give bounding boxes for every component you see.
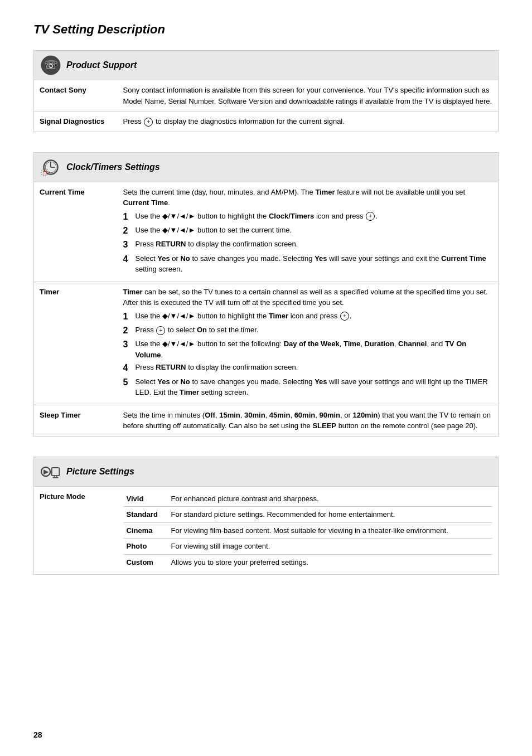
list-item: 5Select Yes or No to save changes you ma…: [123, 376, 493, 398]
steps-list: 1Use the ◆/▼/◄/► button to highlight the…: [123, 211, 493, 275]
product-support-icon: ☏: [41, 55, 61, 75]
sub-row-content: For enhanced picture contrast and sharpn…: [168, 491, 493, 507]
section-table-clock-timers: Current TimeSets the current time (day, …: [33, 182, 499, 437]
sub-row-label: Photo: [123, 539, 168, 555]
table-row: VividFor enhanced picture contrast and s…: [123, 491, 493, 507]
step-text: Select Yes or No to save changes you mad…: [136, 253, 493, 275]
section-picture-settings: ▶ Picture SettingsPicture ModeVividFor e…: [33, 457, 499, 575]
step-intro: Sets the current time (day, hour, minute…: [123, 187, 493, 209]
table-row: PhotoFor viewing still image content.: [123, 539, 493, 555]
step-number: 2: [123, 324, 136, 337]
row-content: VividFor enhanced picture contrast and s…: [118, 487, 499, 575]
section-table-picture-settings: Picture ModeVividFor enhanced picture co…: [33, 487, 499, 575]
step-number: 5: [123, 376, 136, 389]
step-number: 1: [123, 211, 136, 223]
list-item: 1Use the ◆/▼/◄/► button to highlight the…: [123, 311, 493, 323]
list-item: 3Press RETURN to display the confirmatio…: [123, 239, 493, 251]
page-title: TV Setting Description: [33, 22, 499, 37]
step-text: Use the ◆/▼/◄/► button to set the follow…: [136, 338, 493, 360]
sections-container: ☏ Product SupportContact SonySony contac…: [33, 50, 499, 575]
table-row: Picture ModeVividFor enhanced picture co…: [34, 487, 499, 575]
step-number: 2: [123, 225, 136, 237]
table-row: Signal DiagnosticsPress + to display the…: [34, 112, 499, 132]
sub-row-label: Custom: [123, 554, 168, 570]
row-label: Timer: [34, 282, 118, 405]
section-title-clock-timers: Clock/Timers Settings: [66, 162, 160, 172]
step-number: 4: [123, 362, 136, 374]
row-label: Contact Sony: [34, 80, 118, 112]
table-row: Current TimeSets the current time (day, …: [34, 182, 499, 282]
step-text: Use the ◆/▼/◄/► button to highlight the …: [136, 311, 352, 322]
section-title-picture-settings: Picture Settings: [66, 467, 134, 477]
svg-text:⏰: ⏰: [42, 170, 47, 175]
row-content: Press + to display the diagnostics infor…: [118, 112, 499, 132]
table-row: Contact SonySony contact information is …: [34, 80, 499, 112]
svg-text:▶: ▶: [43, 468, 49, 475]
page-number: 28: [33, 730, 42, 739]
section-table-product-support: Contact SonySony contact information is …: [33, 80, 499, 132]
list-item: 4Select Yes or No to save changes you ma…: [123, 253, 493, 275]
list-item: 2Use the ◆/▼/◄/► button to set the curre…: [123, 225, 493, 237]
row-content: Sony contact information is available fr…: [118, 80, 499, 112]
section-clock-timers: ⏰ Clock/Timers SettingsCurrent TimeSets …: [33, 152, 499, 437]
step-intro: Timer can be set, so the TV tunes to a c…: [123, 287, 493, 308]
sub-row-label: Vivid: [123, 491, 168, 507]
step-text: Use the ◆/▼/◄/► button to set the curren…: [136, 225, 292, 236]
row-content: Sets the current time (day, hour, minute…: [118, 182, 499, 282]
step-number: 3: [123, 239, 136, 251]
list-item: 4Press RETURN to display the confirmatio…: [123, 362, 493, 374]
row-label: Sleep Timer: [34, 405, 118, 436]
table-row: CinemaFor viewing film-based content. Mo…: [123, 522, 493, 539]
step-text: Press + to select On to set the timer.: [136, 324, 259, 336]
section-title-product-support: Product Support: [66, 60, 137, 70]
section-header-picture-settings: ▶ Picture Settings: [33, 457, 499, 487]
step-number: 3: [123, 338, 136, 351]
sub-table: VividFor enhanced picture contrast and s…: [123, 491, 493, 570]
row-label: Picture Mode: [34, 487, 118, 575]
row-content: Timer can be set, so the TV tunes to a c…: [118, 282, 499, 405]
sub-row-content: For standard picture settings. Recommend…: [168, 507, 493, 523]
table-row: StandardFor standard picture settings. R…: [123, 507, 493, 523]
table-row: CustomAllows you to store your preferred…: [123, 554, 493, 570]
section-product-support: ☏ Product SupportContact SonySony contac…: [33, 50, 499, 132]
step-number: 1: [123, 311, 136, 323]
svg-text:☏: ☏: [44, 59, 58, 71]
step-text: Press RETURN to display the confirmation…: [136, 362, 298, 373]
section-header-product-support: ☏ Product Support: [33, 50, 499, 80]
table-row: Sleep TimerSets the time in minutes (Off…: [34, 405, 499, 436]
step-text: Select Yes or No to save changes you mad…: [136, 376, 493, 398]
sub-row-content: For viewing film-based content. Most sui…: [168, 522, 493, 539]
steps-list: 1Use the ◆/▼/◄/► button to highlight the…: [123, 311, 493, 398]
table-row: TimerTimer can be set, so the TV tunes t…: [34, 282, 499, 405]
row-content: Sets the time in minutes (Off, 15min, 30…: [118, 405, 499, 436]
sub-row-content: For viewing still image content.: [168, 539, 493, 555]
sub-row-label: Standard: [123, 507, 168, 523]
sub-row-content: Allows you to store your preferred setti…: [168, 554, 493, 570]
section-header-clock-timers: ⏰ Clock/Timers Settings: [33, 152, 499, 182]
step-text: Press RETURN to display the confirmation…: [136, 239, 298, 250]
step-text: Use the ◆/▼/◄/► button to highlight the …: [136, 211, 378, 222]
clock-timers-icon: ⏰: [41, 157, 61, 177]
sub-row-label: Cinema: [123, 522, 168, 539]
row-label: Signal Diagnostics: [34, 112, 118, 132]
picture-settings-icon: ▶: [41, 462, 61, 482]
row-label: Current Time: [34, 182, 118, 282]
step-number: 4: [123, 253, 136, 265]
list-item: 3Use the ◆/▼/◄/► button to set the follo…: [123, 338, 493, 360]
list-item: 1Use the ◆/▼/◄/► button to highlight the…: [123, 211, 493, 223]
svg-rect-10: [52, 468, 60, 476]
list-item: 2Press + to select On to set the timer.: [123, 324, 493, 337]
